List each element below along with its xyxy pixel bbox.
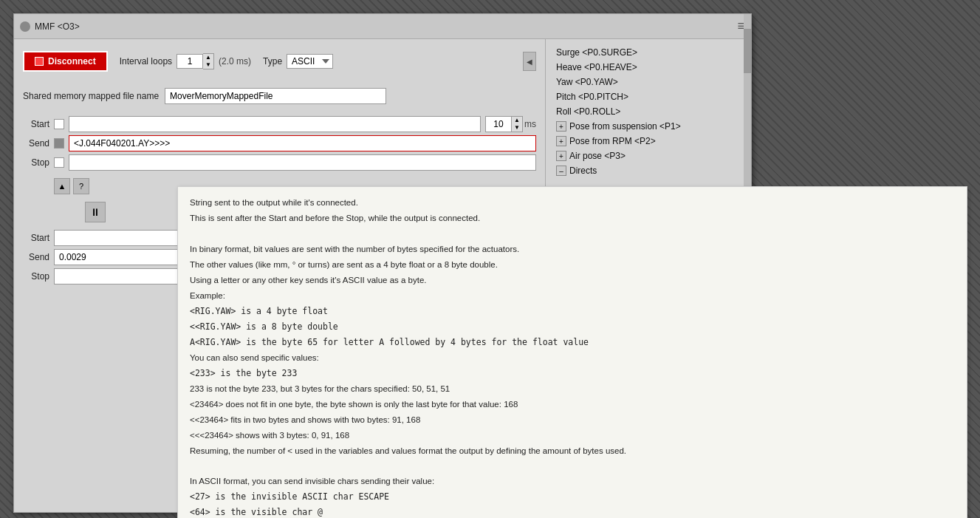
start-spinners: ▲ ▼ — [512, 116, 523, 132]
type-label: Type — [263, 56, 282, 67]
directs-label: Directs — [569, 166, 597, 176]
window-title: MMF <O3> — [35, 21, 80, 32]
tree-item-pose-suspension[interactable]: + Pose from suspension <P1> — [550, 119, 747, 134]
tree-item-heave[interactable]: Heave <P0.HEAVE> — [550, 60, 747, 75]
stop-label-2: Stop — [23, 271, 49, 282]
tree-item-surge[interactable]: Surge <P0.SURGE> — [550, 45, 747, 60]
send-input[interactable] — [69, 135, 536, 151]
tree-item-yaw[interactable]: Yaw <P0.YAW> — [550, 75, 747, 89]
stop-row: Stop — [23, 154, 536, 171]
help-line14: <23464> does not fit in one byte, the by… — [190, 398, 955, 412]
start-label-2: Start — [23, 233, 49, 243]
help-line5: The other values (like mm, ° or turns) a… — [190, 258, 955, 272]
help-line17: Resuming, the number of < used in the va… — [190, 444, 955, 458]
help-panel: String sent to the output while it's con… — [177, 186, 967, 518]
shm-row: Shared memory mapped file name — [23, 88, 536, 104]
roll-label: Roll <P0.ROLL> — [556, 106, 620, 117]
app-icon — [20, 21, 30, 32]
disconnect-label: Disconnect — [48, 56, 96, 67]
interval-label: Interval loops — [120, 56, 172, 67]
start-label: Start — [23, 119, 49, 129]
top-controls: Disconnect Interval loops ▲ ▼ (2.0 ms) T… — [23, 48, 536, 75]
help-line12: <233> is the byte 233 — [190, 367, 955, 381]
start-up-btn[interactable]: ▲ — [512, 117, 522, 124]
tree-item-roll[interactable]: Roll <P0.ROLL> — [550, 104, 747, 119]
pitch-label: Pitch <P0.PITCH> — [556, 92, 628, 102]
tree-item-directs[interactable]: – Directs — [550, 163, 747, 178]
send-label: Send — [23, 138, 49, 149]
help-line6: Using a letter or any other key sends it… — [190, 273, 955, 287]
help-line1: String sent to the output while it's con… — [190, 196, 955, 210]
help-line8: <RIG.YAW> is a 4 byte float — [190, 304, 955, 318]
start-row: Start ▲ ▼ ms — [23, 116, 536, 132]
pose-rpm-label: Pose from RPM <P2> — [569, 136, 656, 146]
surge-label: Surge <P0.SURGE> — [556, 47, 637, 58]
send-checkbox[interactable] — [54, 138, 64, 149]
shm-label: Shared memory mapped file name — [23, 91, 159, 101]
tree-item-pitch[interactable]: Pitch <P0.PITCH> — [550, 89, 747, 104]
heave-label: Heave <P0.HEAVE> — [556, 62, 637, 72]
help-line18 — [190, 459, 955, 473]
send-label-2: Send — [23, 252, 49, 262]
help-line13: 233 is not the byte 233, but 3 bytes for… — [190, 382, 955, 396]
help-line11: You can also send specific values: — [190, 351, 955, 365]
help-line16: <<<23464> shows with 3 bytes: 0, 91, 168 — [190, 429, 955, 443]
title-bar-left: MMF <O3> — [20, 21, 80, 32]
help-line2: This is sent after the Start and before … — [190, 211, 955, 225]
expand-icon-suspension: + — [556, 121, 566, 132]
help-line4: In binary format, bit values are sent wi… — [190, 242, 955, 256]
help-line20: <27> is the invisible ASCII char ESCAPE — [190, 490, 955, 504]
start-interval-input[interactable] — [485, 116, 512, 132]
disconnect-button[interactable]: Disconnect — [23, 51, 108, 72]
air-pose-label: Air pose <P3> — [569, 151, 626, 161]
scrollbar-thumb[interactable] — [744, 39, 751, 73]
interval-down-button[interactable]: ▼ — [203, 61, 213, 69]
stop-input[interactable] — [69, 154, 536, 171]
pause-button[interactable]: ⏸ — [85, 202, 106, 222]
title-bar: MMF <O3> ≡ — [14, 14, 751, 39]
interval-input[interactable] — [177, 54, 203, 69]
type-select[interactable]: ASCII Binary — [287, 54, 333, 69]
stop-label: Stop — [23, 157, 49, 168]
send-row: Send — [23, 135, 536, 151]
yaw-label: Yaw <P0.YAW> — [556, 77, 618, 87]
help-line3 — [190, 227, 955, 241]
interval-input-wrap: ▲ ▼ — [177, 53, 214, 69]
help-line9: <<RIG.YAW> is a 8 byte double — [190, 320, 955, 334]
expand-icon-directs: – — [556, 166, 566, 176]
collapse-button[interactable]: ◀ — [523, 52, 536, 71]
start-unit: ms — [524, 119, 536, 129]
start-checkbox[interactable] — [54, 119, 64, 129]
shm-input[interactable] — [165, 88, 386, 104]
help-line10: A<RIG.YAW> is the byte 65 for letter A f… — [190, 335, 955, 350]
interval-group: Interval loops ▲ ▼ (2.0 ms) — [120, 53, 251, 69]
start-down-btn[interactable]: ▼ — [512, 124, 522, 132]
pose-suspension-label: Pose from suspension <P1> — [569, 121, 681, 132]
interval-ms: (2.0 ms) — [219, 56, 251, 67]
connection-led — [35, 57, 44, 66]
stop-checkbox[interactable] — [54, 157, 64, 168]
tree-item-air-pose[interactable]: + Air pose <P3> — [550, 149, 747, 163]
tree-item-pose-rpm[interactable]: + Pose from RPM <P2> — [550, 134, 747, 149]
nav-up-button[interactable]: ▲ — [54, 178, 70, 194]
type-group: Type ASCII Binary — [263, 54, 333, 69]
help-line21: <64> is the visible char @ — [190, 505, 955, 518]
help-line15: <<23464> fits in two bytes and shows wit… — [190, 413, 955, 427]
interval-spinners: ▲ ▼ — [203, 53, 214, 69]
start-input[interactable] — [69, 116, 481, 132]
nav-help-button[interactable]: ? — [73, 178, 89, 194]
help-line19: In ASCII format, you can send invisible … — [190, 474, 955, 488]
start-num-wrap: ▲ ▼ ms — [485, 116, 536, 132]
interval-up-button[interactable]: ▲ — [203, 54, 213, 61]
expand-icon-rpm: + — [556, 136, 566, 146]
expand-icon-air: + — [556, 151, 566, 161]
help-line7: Example: — [190, 289, 955, 303]
